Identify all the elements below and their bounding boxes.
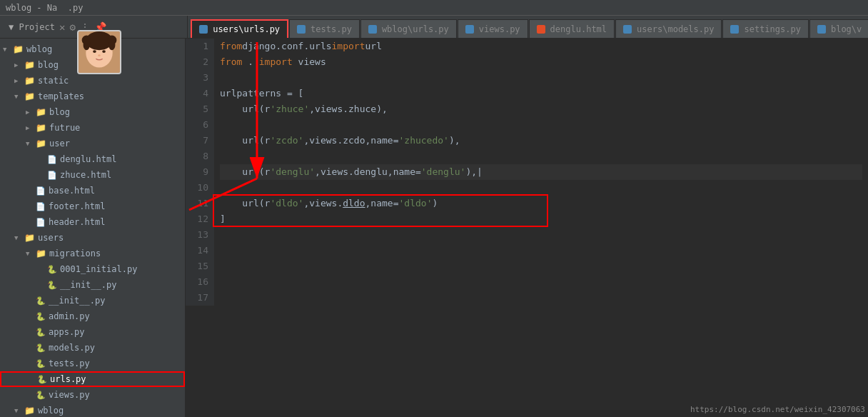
file-icon-py: 🐍 <box>36 343 46 353</box>
code-line-16 <box>220 274 862 290</box>
tab-icon-py <box>368 25 377 34</box>
file-label: __init__.py <box>49 296 105 306</box>
folder-icon: 📁 <box>36 248 46 258</box>
tab-denglu-html[interactable]: denglu.html <box>529 19 615 38</box>
code-line-12: ] <box>220 211 862 227</box>
tab-users-models-py[interactable]: users\models.py <box>615 19 722 38</box>
code-line-5: url(r'zhuce',views.zhuce), <box>220 101 862 117</box>
file-icon-py: 🐍 <box>37 375 47 384</box>
code-line-13 <box>220 227 862 243</box>
tab-toolbar-row: ▼ Project ✕ ⚙ ⋮ 📌 users\urls.pytests.pyw… <box>0 16 868 39</box>
line-number-4: 4 <box>191 86 208 101</box>
tree-item-0001-initial[interactable]: 🐍0001_initial.py <box>0 261 185 277</box>
tree-item-views-py[interactable]: 🐍views.py <box>0 387 185 403</box>
file-label: header.html <box>49 217 105 227</box>
file-label: tests.py <box>49 358 90 368</box>
tree-item-apps-py[interactable]: 🐍apps.py <box>0 324 185 340</box>
line-number-10: 10 <box>191 180 208 196</box>
toolbar-gear-icon[interactable]: ⚙ <box>69 21 75 33</box>
toolbar-cross-icon[interactable]: ✕ <box>59 21 65 33</box>
line-number-2: 2 <box>191 54 208 70</box>
folder-icon: 📁 <box>24 406 35 416</box>
tab-label: settings.py <box>744 24 800 34</box>
folder-label: templates <box>38 91 84 101</box>
folder-label: wblog <box>38 406 64 416</box>
code-line-6 <box>220 117 862 133</box>
editor-content: 1234567891011121314151617 from django.co… <box>186 39 868 306</box>
code-line-4: urlpatterns = [ <box>220 86 862 101</box>
code-line-14 <box>220 243 862 258</box>
tab-settings-py[interactable]: settings.py <box>722 19 808 38</box>
main-content: ▼📁wblog▶📁blog▶📁static▼📁templates▶📁blog▶📁… <box>0 39 868 417</box>
file-label: urls.py <box>50 374 86 384</box>
file-icon-py: 🐍 <box>36 391 46 400</box>
tree-item-templates-blog[interactable]: ▶📁blog <box>0 104 185 120</box>
tree-item-users-init[interactable]: 🐍__init__.py <box>0 293 185 308</box>
folder-icon: 📁 <box>13 44 24 54</box>
file-label: models.py <box>49 343 95 353</box>
tree-item-wblog-sub[interactable]: ▼📁wblog <box>0 403 185 417</box>
tree-item-tests-py[interactable]: 🐍tests.py <box>0 356 185 371</box>
file-icon-py: 🐍 <box>47 281 57 290</box>
tree-item-header-html[interactable]: 📄header.html <box>0 214 185 230</box>
tree-item-users[interactable]: ▼📁users <box>0 230 185 246</box>
code-line-1: from django.conf.urls import url <box>220 39 862 54</box>
title-bar: wblog - Na .py <box>0 0 868 16</box>
title-wblog: wblog <box>6 3 31 13</box>
file-label: views.py <box>49 390 90 400</box>
tree-item-footer-html[interactable]: 📄footer.html <box>0 199 185 214</box>
line-number-7: 7 <box>191 133 208 149</box>
tree-item-denglu-html[interactable]: 📄denglu.html <box>0 151 185 167</box>
file-icon-py: 🐍 <box>47 265 57 274</box>
file-icon-py: 🐍 <box>36 296 46 306</box>
line-number-14: 14 <box>191 243 208 258</box>
profile-avatar-svg <box>79 30 120 74</box>
tab-label: users\models.py <box>637 24 714 34</box>
tree-item-zhuce-html[interactable]: 📄zhuce.html <box>0 167 185 183</box>
tab-wblog-urls-py[interactable]: wblog\urls.py <box>360 19 457 38</box>
tab-icon-html <box>537 25 545 34</box>
title-file: .py <box>68 3 84 13</box>
tree-item-user[interactable]: ▼📁user <box>0 136 185 151</box>
tab-label: tests.py <box>311 24 352 34</box>
tree-item-urls-py[interactable]: 🐍urls.py <box>0 371 185 387</box>
line-number-8: 8 <box>191 149 208 164</box>
svg-point-7 <box>102 50 106 53</box>
file-label: __init__.py <box>60 280 116 290</box>
tab-blog-v[interactable]: blog\v <box>809 19 868 38</box>
line-number-17: 17 <box>191 290 208 306</box>
code-editor[interactable]: 1234567891011121314151617 from django.co… <box>186 39 868 417</box>
tree-item-migrations-init[interactable]: 🐍__init__.py <box>0 277 185 293</box>
tree-item-admin-py[interactable]: 🐍admin.py <box>0 308 185 324</box>
folder-arrow-icon: ▼ <box>26 250 34 257</box>
tree-item-base-html[interactable]: 📄base.html <box>0 183 185 199</box>
folder-label: static <box>38 76 69 86</box>
profile-image <box>77 30 121 74</box>
file-icon-html: 📄 <box>36 218 46 227</box>
file-label: footer.html <box>49 201 105 211</box>
tab-icon-py <box>817 25 826 34</box>
tab-users-urls-py[interactable]: users\urls.py <box>191 19 288 38</box>
line-numbers: 1234567891011121314151617 <box>186 39 214 306</box>
code-line-8 <box>220 149 862 164</box>
tree-item-futrue[interactable]: ▶📁futrue <box>0 120 185 136</box>
code-line-3 <box>220 70 862 86</box>
folder-label: migrations <box>49 248 101 258</box>
tree-item-models-py[interactable]: 🐍models.py <box>0 340 185 356</box>
project-label: ▼ Project <box>9 22 55 32</box>
code-line-9: url(r'denglu',views.denglu,name='denglu'… <box>220 164 862 180</box>
line-number-5: 5 <box>191 101 208 117</box>
tab-icon-py <box>199 25 208 34</box>
file-label: admin.py <box>49 311 90 321</box>
tree-item-static[interactable]: ▶📁static <box>0 73 185 89</box>
tree-item-templates[interactable]: ▼📁templates <box>0 89 185 104</box>
file-icon-html: 📄 <box>47 155 57 164</box>
folder-label: wblog <box>26 44 52 54</box>
tree-item-migrations[interactable]: ▼📁migrations <box>0 246 185 261</box>
folder-arrow-icon: ▼ <box>3 46 11 53</box>
tab-tests-py[interactable]: tests.py <box>289 19 360 38</box>
line-number-12: 12 <box>191 211 208 227</box>
tab-icon-py <box>297 25 306 34</box>
tab-views-py[interactable]: views.py <box>458 19 528 38</box>
folder-icon: 📁 <box>36 123 46 133</box>
